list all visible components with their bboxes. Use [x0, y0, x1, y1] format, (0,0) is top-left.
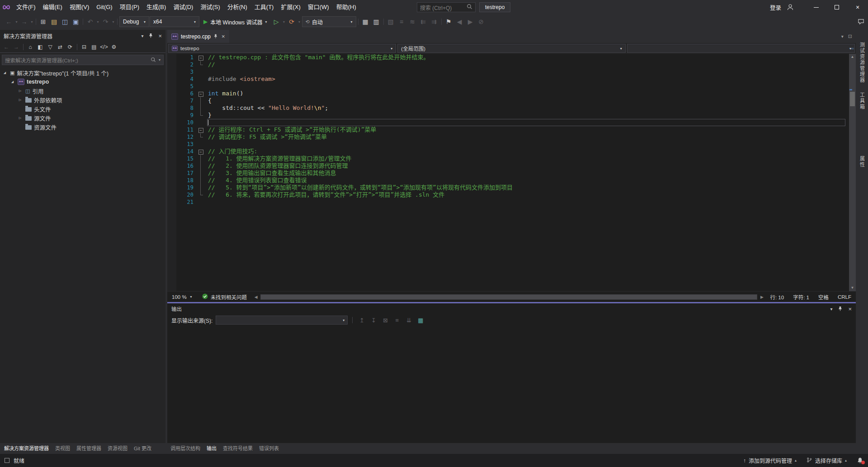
code-line[interactable]: 6−int main(): [167, 90, 849, 97]
minimize-button[interactable]: [806, 0, 826, 14]
tool-window-tab-解决方案资源管理器[interactable]: 解决方案资源管理器: [1, 443, 52, 454]
properties-icon[interactable]: ⚙: [109, 42, 118, 52]
member-dropdown[interactable]: ▾: [627, 44, 855, 53]
editor-horizontal-scrollbar[interactable]: [260, 294, 757, 300]
tool-window-tab-错误列表[interactable]: 错误列表: [256, 443, 282, 454]
menu-item-帮助(H)[interactable]: 帮助(H): [333, 0, 360, 14]
add-to-source-control-button[interactable]: ↑ 添加到源代码管理 ▴: [743, 457, 797, 464]
dropdown-caret-icon[interactable]: ▾: [14, 20, 19, 24]
column-indicator[interactable]: 字符: 1: [793, 293, 809, 301]
active-files-dropdown-icon[interactable]: ▾: [841, 34, 844, 39]
notifications-button[interactable]: [857, 457, 863, 464]
code-line[interactable]: 12// 调试程序: F5 或调试 >“开始调试”菜单: [167, 133, 849, 141]
tree-item[interactable]: 头文件: [0, 104, 165, 113]
zoom-dropdown[interactable]: 100 % ▾: [167, 294, 197, 300]
scroll-down-icon[interactable]: ▼: [849, 285, 856, 291]
fold-marker-icon[interactable]: −: [197, 90, 204, 97]
code-line[interactable]: 2//: [167, 61, 849, 68]
code-line[interactable]: 19// 5. 转到“项目”>“添加新项”以创建新的代码文件，或转到“项目”>“…: [167, 184, 849, 191]
scrollbar-thumb[interactable]: [850, 92, 855, 106]
next-bookmark-icon[interactable]: ▶: [465, 16, 476, 27]
menu-item-测试(S)[interactable]: 测试(S): [197, 0, 223, 14]
tool-window-tab-属性管理器[interactable]: 属性管理器: [73, 443, 104, 454]
start-without-debugging-icon[interactable]: ▷: [271, 16, 282, 27]
dropdown-caret-icon[interactable]: ▾: [96, 20, 100, 24]
nav-forward-icon[interactable]: →: [12, 42, 21, 52]
previous-bookmark-icon[interactable]: ◀: [454, 16, 465, 27]
goto-previous-message-icon[interactable]: ↥: [357, 316, 366, 325]
menu-item-编辑(E)[interactable]: 编辑(E): [39, 0, 66, 14]
toggle-autoscroll-icon[interactable]: ⇊: [404, 316, 413, 325]
tree-expander-icon[interactable]: ▷: [17, 116, 23, 120]
switch-views-icon[interactable]: ◧: [36, 42, 45, 52]
clear-bookmarks-icon[interactable]: ⊘: [476, 16, 486, 27]
fold-marker-icon[interactable]: −: [197, 126, 204, 133]
code-view-icon[interactable]: </>: [99, 42, 108, 52]
menu-item-文件(F)[interactable]: 文件(F): [13, 0, 39, 14]
menu-item-生成(B)[interactable]: 生成(B): [143, 0, 170, 14]
line-indicator[interactable]: 行: 10: [770, 293, 784, 301]
code-line[interactable]: 16// 2. 使用团队资源管理器窗口连接到源代码管理: [167, 162, 849, 170]
code-line[interactable]: 5: [167, 83, 849, 90]
code-line[interactable]: 20// 6. 将来，若要再次打开此项目，请转到“文件”>“打开”>“项目”并选…: [167, 191, 849, 198]
scope-dropdown[interactable]: (全局范围) ▾: [397, 44, 625, 53]
scroll-up-icon[interactable]: ▲: [849, 54, 856, 60]
dropdown-caret-icon[interactable]: ▾: [111, 20, 115, 24]
maximize-button[interactable]: [826, 0, 847, 14]
editor-split-grip[interactable]: ═: [849, 43, 856, 53]
open-file-icon[interactable]: ▤: [49, 16, 59, 27]
code-line[interactable]: 3: [167, 68, 849, 75]
solution-explorer-search-box[interactable]: 搜索解决方案资源管理器(Ctrl+;) ▾: [2, 55, 164, 65]
pending-changes-filter-icon[interactable]: ▽: [46, 42, 55, 52]
diagnostics-window-icon[interactable]: ▥: [371, 16, 382, 27]
user-avatar-icon[interactable]: [787, 4, 794, 11]
output-source-dropdown[interactable]: ▾: [216, 316, 348, 325]
scrollbar-thumb[interactable]: [261, 295, 757, 299]
select-repository-button[interactable]: 选择存储库 ▴: [807, 457, 847, 464]
tool-window-tab-Git 更改[interactable]: Git 更改: [131, 443, 155, 454]
refresh-icon[interactable]: ⟳: [66, 42, 75, 52]
fold-marker-icon[interactable]: −: [197, 54, 204, 61]
sign-in-link[interactable]: 登录: [770, 3, 781, 12]
menu-item-工具(T)[interactable]: 工具(T): [251, 0, 278, 14]
tree-item[interactable]: 资源文件: [0, 123, 165, 132]
pin-icon[interactable]: [838, 306, 843, 312]
pin-icon[interactable]: [148, 33, 153, 39]
tool-window-tab-查找符号结果[interactable]: 查找符号结果: [220, 443, 256, 454]
comment-lines-icon[interactable]: ≡: [396, 16, 407, 27]
scroll-right-icon[interactable]: ▶: [758, 295, 765, 299]
document-tab-active[interactable]: ++ testrepo.cpp ×: [167, 30, 229, 43]
collapsed-tool-window-tab-属性[interactable]: 属性: [859, 155, 866, 169]
goto-next-message-icon[interactable]: ↧: [369, 316, 378, 325]
menu-item-分析(N)[interactable]: 分析(N): [224, 0, 251, 14]
collapse-all-icon[interactable]: ⊟: [80, 42, 89, 52]
project-dropdown[interactable]: ++ testrepo ▾: [168, 44, 396, 53]
close-icon[interactable]: ×: [158, 33, 162, 39]
spaces-indicator[interactable]: 空格: [818, 293, 829, 301]
menu-item-调试(D)[interactable]: 调试(D): [170, 0, 197, 14]
sync-with-active-document-icon[interactable]: ⇄: [56, 42, 65, 52]
code-line[interactable]: 4#include <iostream>: [167, 75, 849, 83]
menu-item-窗口(W)[interactable]: 窗口(W): [304, 0, 333, 14]
dropdown-caret-icon[interactable]: ▾: [297, 20, 302, 24]
code-line[interactable]: 9}: [167, 112, 849, 119]
output-header[interactable]: 输出 ▾ ×: [167, 303, 856, 314]
close-icon[interactable]: ×: [222, 33, 225, 40]
code-line[interactable]: 1−// testrepo.cpp : 此文件包含 "main" 函数。程序执行…: [167, 54, 849, 61]
menu-item-项目(P)[interactable]: 项目(P): [116, 0, 143, 14]
solution-platform-dropdown[interactable]: x64▾: [150, 16, 199, 27]
quick-search-box[interactable]: 搜索 (Ctrl+Q): [417, 2, 476, 12]
code-line[interactable]: 14−// 入门使用技巧:: [167, 148, 849, 155]
code-line[interactable]: 8 std::cout << "Hello World!\n";: [167, 104, 849, 112]
uncomment-lines-icon[interactable]: ≋: [407, 16, 418, 27]
code-line[interactable]: 21: [167, 198, 849, 206]
tree-item[interactable]: ▷源文件: [0, 113, 165, 123]
eol-indicator[interactable]: CRLF: [838, 294, 851, 300]
window-position-icon[interactable]: ▾: [141, 33, 143, 38]
dropdown-caret-icon[interactable]: ▾: [30, 20, 34, 24]
code-line[interactable]: 15// 1. 使用解决方案资源管理器窗口添加/管理文件: [167, 155, 849, 162]
menu-item-视图(V)[interactable]: 视图(V): [66, 0, 93, 14]
toggle-bookmark-icon[interactable]: ⚑: [443, 16, 454, 27]
start-debugging-button[interactable]: ▶本地 Windows 调试器▾: [200, 16, 271, 27]
tool-window-tab-输出[interactable]: 输出: [203, 443, 220, 454]
